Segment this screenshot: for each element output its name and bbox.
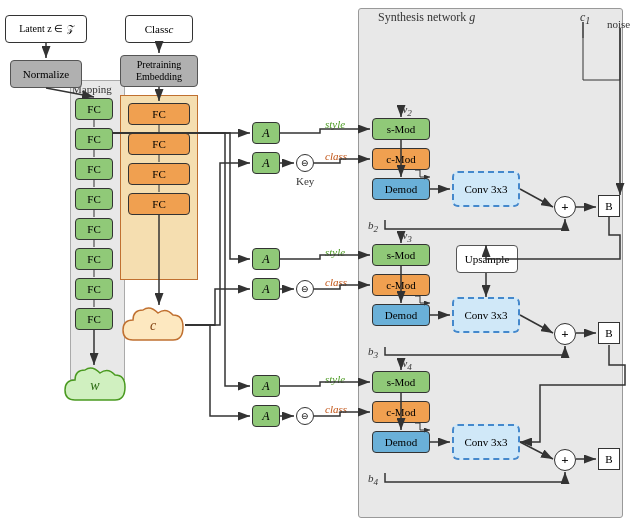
key-circle-2: ⊖ — [296, 280, 314, 298]
latent-z-box: Latent z ∈ 𝒵 — [5, 15, 87, 43]
c-cloud: c — [118, 295, 188, 355]
fc-box-5: FC — [75, 218, 113, 240]
fc-box-1: FC — [75, 98, 113, 120]
class-label-3: class — [325, 403, 347, 415]
fc-box-3: FC — [75, 158, 113, 180]
key-label: Key — [296, 175, 314, 187]
smod-2: s-Mod — [372, 244, 430, 266]
fc-embed-2: FC — [128, 133, 190, 155]
affine-a5: A — [252, 375, 280, 397]
fc-box-8: FC — [75, 308, 113, 330]
svg-text:c: c — [150, 318, 157, 333]
conv-1: Conv 3x3 — [452, 171, 520, 207]
c1-label: c1 — [580, 10, 590, 26]
class-c-box: Class c — [125, 15, 193, 43]
conv-3: Conv 3x3 — [452, 424, 520, 460]
fc-box-6: FC — [75, 248, 113, 270]
smod-3: s-Mod — [372, 371, 430, 393]
conv-2: Conv 3x3 — [452, 297, 520, 333]
fc-embed-3: FC — [128, 163, 190, 185]
affine-a2: A — [252, 152, 280, 174]
svg-text:w: w — [90, 378, 100, 393]
upsample-box: Upsample — [456, 245, 518, 273]
class-label-2: class — [325, 276, 347, 288]
plus-circle-2: + — [554, 323, 576, 345]
b2-label: b2 — [368, 219, 378, 234]
cmod-2: c-Mod — [372, 274, 430, 296]
normalize-label: Normalize — [23, 68, 69, 80]
w3-label: w3 — [400, 229, 412, 244]
plus-circle-1: + — [554, 196, 576, 218]
style-label-2: style — [325, 246, 345, 258]
b-box-3: B — [598, 448, 620, 470]
w-cloud: w — [60, 355, 130, 415]
latent-z-label: Latent z ∈ 𝒵 — [19, 23, 72, 35]
class-label-1: class — [325, 150, 347, 162]
synthesis-network-label: Synthesis network g — [378, 10, 475, 25]
demod-1: Demod — [372, 178, 430, 200]
demod-2: Demod — [372, 304, 430, 326]
demod-3: Demod — [372, 431, 430, 453]
noise-label: noise — [607, 18, 630, 30]
fc-embed-4: FC — [128, 193, 190, 215]
style-label-1: style — [325, 118, 345, 130]
style-label-3: style — [325, 373, 345, 385]
b-box-2: B — [598, 322, 620, 344]
plus-circle-3: + — [554, 449, 576, 471]
diagram: Synthesis network g Mapping Latent z ∈ 𝒵… — [0, 0, 640, 532]
w4-label: w4 — [400, 357, 412, 372]
pretraining-embedding-box: PretrainingEmbedding — [120, 55, 198, 87]
b3-label: b3 — [368, 345, 378, 360]
key-circle-1: ⊖ — [296, 154, 314, 172]
fc-embed-1: FC — [128, 103, 190, 125]
fc-box-7: FC — [75, 278, 113, 300]
cmod-1: c-Mod — [372, 148, 430, 170]
normalize-box: Normalize — [10, 60, 82, 88]
affine-a6: A — [252, 405, 280, 427]
b4-label: b4 — [368, 472, 378, 487]
affine-a4: A — [252, 278, 280, 300]
affine-a1: A — [252, 122, 280, 144]
key-circle-3: ⊖ — [296, 407, 314, 425]
affine-a3: A — [252, 248, 280, 270]
smod-1: s-Mod — [372, 118, 430, 140]
w2-label: w2 — [400, 103, 412, 118]
cmod-3: c-Mod — [372, 401, 430, 423]
fc-box-2: FC — [75, 128, 113, 150]
b-box-1: B — [598, 195, 620, 217]
fc-box-4: FC — [75, 188, 113, 210]
